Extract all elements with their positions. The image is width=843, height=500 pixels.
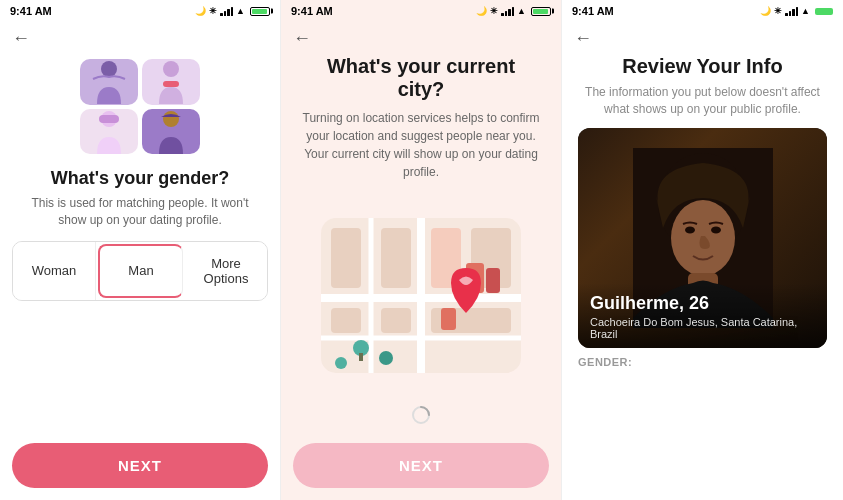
figure-icon-3	[89, 109, 129, 154]
review-content: Review Your Info The information you put…	[562, 55, 843, 500]
gender-cell-1	[80, 59, 138, 105]
figure-icon-4	[151, 109, 191, 154]
signal-bars-3	[785, 6, 798, 16]
svg-point-5	[163, 111, 179, 127]
status-bar-3: 9:41 AM 🌙 ✳ ▲	[562, 0, 843, 22]
svg-point-29	[685, 226, 695, 233]
gender-man-button[interactable]: Man	[98, 244, 183, 298]
bluetooth-icon: ✳	[209, 6, 217, 16]
svg-rect-20	[441, 308, 456, 330]
gender-woman-button[interactable]: Woman	[13, 242, 96, 300]
screen-gender: 9:41 AM 🌙 ✳ ▲ ←	[0, 0, 281, 500]
gender-title: What's your gender?	[16, 168, 264, 189]
signal-bars-2	[501, 6, 514, 16]
svg-rect-15	[331, 308, 361, 333]
time-1: 9:41 AM	[10, 5, 52, 17]
battery-2	[531, 7, 551, 16]
time-2: 9:41 AM	[291, 5, 333, 17]
moon-icon-2: 🌙	[476, 6, 487, 16]
gender-illustration	[0, 59, 280, 154]
svg-rect-19	[486, 268, 500, 293]
spinner-icon	[411, 405, 431, 425]
next-button-2[interactable]: NEXT	[293, 443, 549, 488]
svg-rect-12	[381, 228, 411, 288]
gender-cell-4	[142, 109, 200, 155]
status-icons-1: 🌙 ✳ ▲	[195, 6, 270, 16]
screen-review: 9:41 AM 🌙 ✳ ▲ ← Review Your Info The inf…	[562, 0, 843, 500]
svg-rect-16	[381, 308, 411, 333]
moon-icon-3: 🌙	[760, 6, 771, 16]
bluetooth-icon-3: ✳	[774, 6, 782, 16]
svg-rect-2	[163, 81, 179, 87]
battery-green-3	[815, 8, 833, 15]
review-title: Review Your Info	[578, 55, 827, 78]
profile-info: Guilherme, 26 Cachoeira Do Bom Jesus, Sa…	[578, 283, 827, 348]
screen-city: 9:41 AM 🌙 ✳ ▲ ← What's your current city…	[281, 0, 562, 500]
status-icons-3: 🌙 ✳ ▲	[760, 6, 833, 16]
back-button-2[interactable]: ←	[281, 22, 561, 55]
battery-1	[250, 7, 270, 16]
svg-rect-11	[331, 228, 361, 288]
status-bar-1: 9:41 AM 🌙 ✳ ▲	[0, 0, 280, 22]
moon-icon: 🌙	[195, 6, 206, 16]
profile-card: Guilherme, 26 Cachoeira Do Bom Jesus, Sa…	[578, 128, 827, 348]
profile-location: Cachoeira Do Bom Jesus, Santa Catarina, …	[590, 316, 815, 340]
gender-review-label: GENDER:	[578, 356, 827, 368]
city-title: What's your current city?	[301, 55, 541, 101]
signal-bars-1	[220, 6, 233, 16]
back-button-3[interactable]: ←	[562, 22, 843, 55]
map-illustration	[301, 191, 541, 399]
svg-point-0	[101, 61, 117, 77]
gender-more-button[interactable]: More Options	[185, 242, 267, 300]
gender-cell-2	[142, 59, 200, 105]
gender-options-group: Woman Man More Options	[12, 241, 268, 301]
loader	[281, 399, 561, 435]
svg-point-23	[379, 351, 393, 365]
status-bar-2: 9:41 AM 🌙 ✳ ▲	[281, 0, 561, 22]
back-button-1[interactable]: ←	[0, 22, 280, 55]
gender-cell-3	[80, 109, 138, 155]
figure-icon-2	[151, 59, 191, 104]
gender-subtitle: This is used for matching people. It won…	[20, 195, 260, 229]
svg-point-24	[335, 357, 347, 369]
svg-point-30	[711, 226, 721, 233]
time-3: 9:41 AM	[572, 5, 614, 17]
figure-icon-1	[89, 59, 129, 104]
status-icons-2: 🌙 ✳ ▲	[476, 6, 551, 16]
wifi-icon-2: ▲	[517, 6, 526, 16]
city-subtitle: Turning on location services helps to co…	[301, 109, 541, 181]
svg-rect-4	[99, 115, 119, 123]
profile-name: Guilherme, 26	[590, 293, 815, 314]
wifi-icon-1: ▲	[236, 6, 245, 16]
next-button-1[interactable]: NEXT	[12, 443, 268, 488]
bluetooth-icon-2: ✳	[490, 6, 498, 16]
svg-point-1	[163, 61, 179, 77]
city-content: What's your current city? Turning on loc…	[281, 55, 561, 399]
wifi-icon-3: ▲	[801, 6, 810, 16]
map-svg	[311, 208, 531, 383]
svg-rect-22	[359, 353, 363, 361]
review-subtitle: The information you put below doesn't af…	[578, 84, 827, 118]
